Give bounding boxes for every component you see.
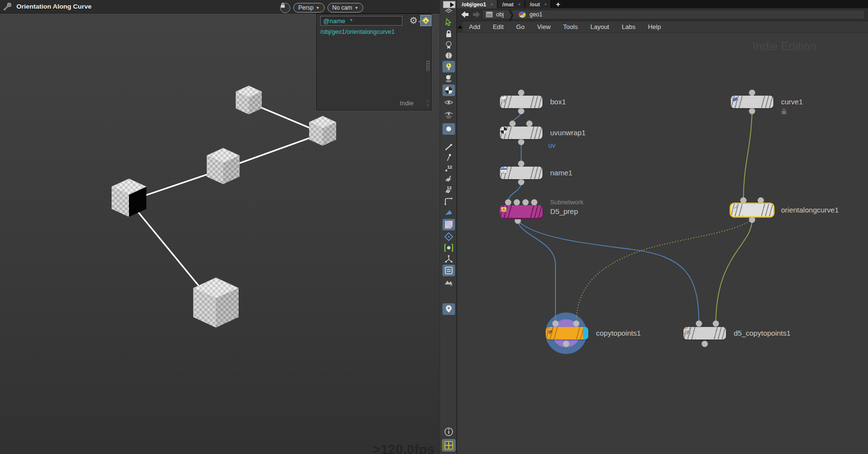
normal-lighting-icon[interactable] (442, 61, 455, 72)
display-handles-icon[interactable] (442, 231, 455, 242)
menu-go[interactable]: Go (510, 23, 531, 30)
close-icon[interactable]: × (518, 2, 520, 7)
node-connector[interactable] (518, 179, 525, 185)
node-label-copytopoints1[interactable]: copytopoints1 (596, 329, 641, 337)
node-label-d5_copytopoints1[interactable]: d5_copytopoints1 (734, 329, 791, 337)
menu-add[interactable]: Add (463, 23, 486, 30)
node-connector[interactable] (510, 121, 516, 127)
node-orientalongcurve1[interactable] (731, 204, 773, 216)
snap-location-icon[interactable] (442, 303, 455, 315)
node-connector[interactable] (518, 90, 525, 96)
node-flag-area-right[interactable] (530, 167, 542, 179)
node-connector[interactable] (505, 199, 512, 206)
node-flag-area-right[interactable] (761, 204, 773, 216)
hide-other-objects-icon[interactable] (442, 97, 455, 108)
close-icon[interactable]: × (544, 2, 547, 7)
pane-collapse-button[interactable] (457, 21, 463, 32)
menu-labs[interactable]: Labs (615, 23, 641, 30)
camera-menu-button[interactable]: Persp ▼ (293, 3, 324, 13)
node-connector[interactable] (749, 90, 755, 96)
display-prim-numbers-icon[interactable]: 12 (442, 184, 455, 196)
node-flag-area-right[interactable] (530, 205, 542, 218)
visualizer-diamond-button[interactable] (420, 15, 431, 26)
node-label-curve1[interactable]: curve1 (781, 98, 803, 106)
network-path-field[interactable]: obj ❯ geo1 (482, 10, 865, 19)
node-display-flag[interactable] (583, 327, 588, 340)
gear-icon[interactable]: ⚙ (408, 15, 419, 27)
menu-view[interactable]: View (531, 23, 557, 30)
group-list-icon[interactable] (442, 265, 455, 276)
node-label-name1[interactable]: name1 (550, 169, 572, 177)
close-icon[interactable]: × (490, 2, 493, 7)
textured-cube[interactable] (207, 148, 240, 184)
node-flag-area-right[interactable] (530, 96, 542, 108)
node-label-uvunwrap1[interactable]: uvunwrap1 (550, 128, 585, 137)
shade-open-curves-icon[interactable] (442, 207, 455, 218)
panel-scroll-arrows[interactable]: ▲ ▼ (426, 98, 430, 108)
node-curve1[interactable] (731, 96, 773, 108)
node-connector[interactable] (518, 139, 525, 145)
display-prim-normals-icon[interactable] (442, 173, 455, 184)
node-connector[interactable] (523, 199, 529, 206)
viewport-pane-header[interactable]: Orientation Along Curve (0, 0, 440, 14)
smooth-shaded-icon[interactable] (442, 85, 455, 96)
node-D5_prep[interactable] (500, 205, 542, 218)
node-connector[interactable] (553, 321, 559, 327)
breadcrumb-obj[interactable]: obj (496, 11, 504, 18)
node-connector[interactable] (563, 341, 569, 347)
display-pivot-icon[interactable] (442, 254, 455, 265)
node-label-box1[interactable]: box1 (550, 98, 566, 106)
attribute-query-input[interactable]: @name * (320, 16, 402, 26)
display-profiles-icon[interactable] (442, 196, 455, 207)
high-quality-light-icon[interactable] (442, 73, 455, 85)
node-connector[interactable] (518, 108, 525, 114)
node-label-orientalongcurve1[interactable]: orientalongcurve1 (781, 206, 839, 214)
ghost-other-objects-icon[interactable] (442, 109, 455, 120)
tab-obj-geo1[interactable]: /obj/geo1 × (457, 0, 498, 8)
node-connector[interactable] (531, 199, 538, 206)
lights-off-icon[interactable] (442, 39, 455, 51)
node-connector[interactable] (526, 121, 533, 127)
display-templates-icon[interactable] (442, 242, 455, 254)
scroll-down-icon[interactable]: ▼ (426, 103, 430, 108)
node-flag-area-right[interactable] (761, 96, 773, 108)
display-points-icon[interactable] (442, 123, 455, 135)
info-icon[interactable] (442, 426, 455, 438)
node-connector[interactable] (749, 108, 755, 114)
camera-lock-button[interactable] (280, 3, 290, 13)
new-tab-button[interactable]: + (551, 0, 565, 8)
textured-cube[interactable] (193, 278, 239, 327)
menu-layout[interactable]: Layout (584, 23, 615, 30)
headlight-icon[interactable] (442, 50, 455, 61)
view-layout-icon[interactable] (442, 6, 455, 18)
visualize-uv-checker-icon[interactable] (442, 219, 455, 230)
display-background-icon[interactable] (442, 276, 455, 287)
display-point-numbers-icon[interactable]: 12 (442, 162, 455, 174)
node-connector[interactable] (740, 198, 747, 204)
tab-mat[interactable]: /mat × (498, 0, 525, 8)
panel-grip-handle[interactable] (426, 60, 430, 71)
node-connector[interactable] (515, 218, 521, 224)
scroll-up-icon[interactable]: ▲ (426, 98, 430, 103)
menu-edit[interactable]: Edit (486, 23, 510, 30)
network-canvas[interactable]: Indie Edition box1uvunwrap1uvname1D5_pre… (457, 33, 868, 454)
node-box1[interactable] (500, 96, 542, 108)
node-copytopoints1[interactable] (546, 327, 588, 340)
node-connector[interactable] (702, 341, 708, 347)
node-flag-area-right[interactable] (530, 127, 542, 139)
viewport-3d-canvas[interactable]: Persp ▼ No cam ▼ @name * ⚙ /obj/geo1/o (0, 14, 440, 454)
textured-cube[interactable] (112, 179, 146, 217)
node-connector[interactable] (573, 321, 580, 327)
menu-tools[interactable]: Tools (557, 23, 584, 30)
camera-link-button[interactable]: No cam ▼ (327, 3, 363, 13)
node-flag-area-right[interactable] (714, 327, 726, 340)
breadcrumb-geo1[interactable]: geo1 (529, 11, 542, 18)
node-connector[interactable] (713, 321, 719, 327)
node-uvunwrap1[interactable] (500, 127, 542, 139)
select-mode-icon[interactable] (442, 17, 455, 28)
node-label-D5_prep[interactable]: D5_prep (550, 207, 578, 215)
grid-options-icon[interactable] (442, 440, 455, 451)
node-connector[interactable] (758, 198, 764, 204)
display-point-normals-icon[interactable] (442, 142, 455, 153)
forward-arrow-icon[interactable] (472, 11, 481, 18)
